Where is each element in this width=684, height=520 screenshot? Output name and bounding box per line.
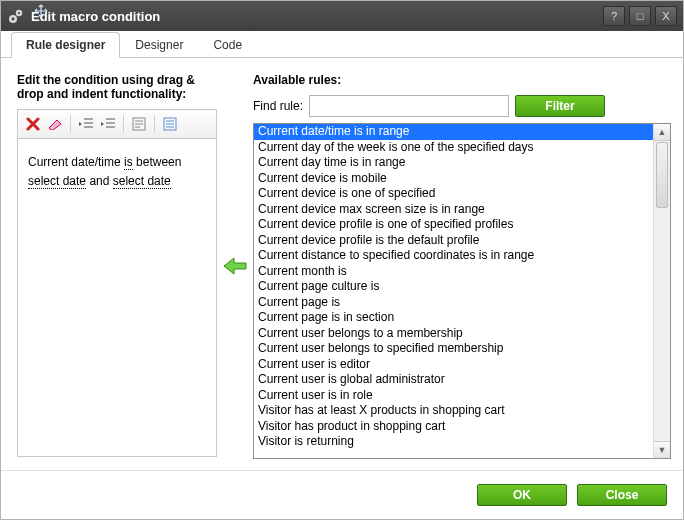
content-area: Edit the condition using drag & drop and… [1,57,683,471]
condition-toolbar [17,109,217,139]
condition-editor[interactable]: Current date/time is between select date… [17,139,217,457]
filter-button[interactable]: Filter [515,95,605,117]
rule-item[interactable]: Current device is mobile [254,171,653,187]
rule-item[interactable]: Current device profile is the default pr… [254,233,653,249]
tab-code[interactable]: Code [198,32,257,57]
scroll-thumb[interactable] [656,142,668,208]
dialog-footer: OK Close [1,470,683,519]
rule-item[interactable]: Visitor is returning [254,434,653,450]
condition-text-3: and [89,174,112,188]
available-rules-heading: Available rules: [253,73,671,87]
scrollbar[interactable]: ▲ ▼ [653,124,670,458]
svg-point-2 [12,18,15,21]
dialog-window: Edit macro condition ? □ X Rule designer… [0,0,684,520]
condition-text-2: between [136,155,181,169]
right-panel: Available rules: Find rule: Filter Curre… [253,73,671,459]
dialog-title: Edit macro condition [27,9,599,24]
find-rule-input[interactable] [309,95,509,117]
rule-item[interactable]: Current day time is in range [254,155,653,171]
gears-icon [7,7,27,25]
rule-item[interactable]: Visitor has product in shopping cart [254,419,653,435]
indent-icon[interactable] [97,114,119,134]
rule-item[interactable]: Current user belongs to a membership [254,326,653,342]
rule-item[interactable]: Current device is one of specified [254,186,653,202]
rule-item[interactable]: Current user is in role [254,388,653,404]
close-button[interactable]: Close [577,484,667,506]
edit-heading: Edit the condition using drag & drop and… [17,73,217,101]
toolbar-separator [123,115,124,133]
delete-icon[interactable] [22,114,44,134]
tab-strip: Rule designer Designer Code [1,31,683,58]
maximize-button[interactable]: □ [629,6,651,26]
scroll-down-icon[interactable]: ▼ [654,441,670,458]
rule-item[interactable]: Current user belongs to specified member… [254,341,653,357]
find-rule-label: Find rule: [253,99,303,113]
rule-item[interactable]: Current user is editor [254,357,653,373]
rule-item[interactable]: Current device max screen size is in ran… [254,202,653,218]
title-bar: Edit macro condition ? □ X [1,1,683,31]
rule-item[interactable]: Current date/time is in range [254,124,653,140]
tab-designer[interactable]: Designer [120,32,198,57]
rule-item[interactable]: Visitor has at least X products in shopp… [254,403,653,419]
left-panel: Edit the condition using drag & drop and… [17,73,217,459]
rule-item[interactable]: Current distance to specified coordinate… [254,248,653,264]
close-x-button[interactable]: X [655,6,677,26]
clear-icon[interactable] [44,114,66,134]
rule-item[interactable]: Current page is [254,295,653,311]
svg-point-3 [18,12,20,14]
arrow-left-icon[interactable] [222,255,248,277]
condition-operator[interactable]: is [124,155,133,170]
rule-item[interactable]: Current device profile is one of specifi… [254,217,653,233]
rules-list-container: Current date/time is in rangeCurrent day… [253,123,671,459]
rule-item[interactable]: Current page culture is [254,279,653,295]
view-list-icon[interactable] [159,114,181,134]
condition-start-date[interactable]: select date [28,174,86,189]
middle-column [217,73,253,459]
condition-text-1: Current date/time [28,155,124,169]
tab-rule-designer[interactable]: Rule designer [11,32,120,58]
find-row: Find rule: Filter [253,95,671,117]
scroll-up-icon[interactable]: ▲ [654,124,670,141]
view-text-icon[interactable] [128,114,150,134]
ok-button[interactable]: OK [477,484,567,506]
toolbar-separator [70,115,71,133]
rule-item[interactable]: Current page is in section [254,310,653,326]
outdent-icon[interactable] [75,114,97,134]
rule-item[interactable]: Current day of the week is one of the sp… [254,140,653,156]
condition-end-date[interactable]: select date [113,174,171,189]
help-button[interactable]: ? [603,6,625,26]
rule-item[interactable]: Current month is [254,264,653,280]
rule-item[interactable]: Current user is global administrator [254,372,653,388]
toolbar-separator [154,115,155,133]
rules-list[interactable]: Current date/time is in rangeCurrent day… [254,124,653,458]
move-icon [34,4,48,18]
